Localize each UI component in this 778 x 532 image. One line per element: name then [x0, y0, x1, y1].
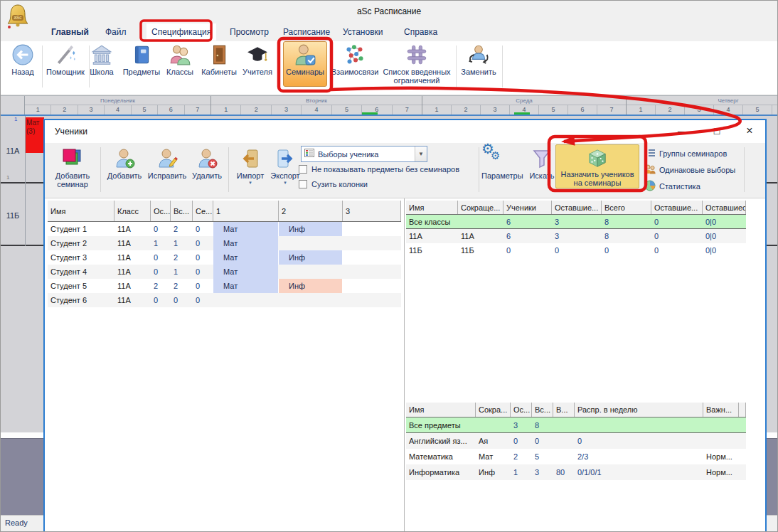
seminar-groups-button[interactable]: Группы семинаров	[644, 147, 727, 160]
maximize-button[interactable]: □	[702, 120, 732, 142]
search-button[interactable]: Искать	[526, 146, 558, 180]
seminar-chip[interactable]: Инф	[279, 279, 342, 293]
table-row-summary[interactable]: Все предметы 3 8	[406, 417, 746, 433]
parameters-button[interactable]: ⚙ ⚙ Параметры	[481, 146, 523, 180]
close-button[interactable]: ×	[735, 120, 764, 142]
import-button[interactable]: Импорт ▾	[234, 146, 267, 185]
menu-view[interactable]: Просмотр	[225, 23, 274, 41]
column-header[interactable]: Ос...	[151, 201, 171, 221]
seminar-chip[interactable]	[343, 265, 400, 279]
menu-file[interactable]: Файл	[100, 23, 132, 41]
column-header[interactable]: Ученики	[503, 201, 552, 214]
wizard-button[interactable]: Помощник	[45, 43, 86, 76]
seminar-chip[interactable]: Инф	[279, 250, 342, 265]
menu-options[interactable]: Установки	[338, 23, 388, 41]
narrow-columns-checkbox-row[interactable]: Сузить колонки	[299, 180, 368, 188]
table-row[interactable]: Английский яз... Ая 0 0 0	[406, 433, 746, 449]
seminar-chip[interactable]: Инф	[279, 222, 342, 236]
table-row[interactable]: Студент 4 11А 0 1 0 Мат	[48, 265, 401, 279]
seminar-chip[interactable]: Мат	[213, 265, 278, 279]
column-header[interactable]: 3	[343, 201, 401, 221]
column-header[interactable]: Оставшие...	[552, 201, 602, 214]
export-button[interactable]: Экспорт ▾	[268, 146, 302, 185]
view-mode-combobox[interactable]: Выборы ученика ▼	[301, 146, 427, 162]
dialog-title-bar[interactable]: Ученики — □ ×	[45, 120, 765, 143]
lesson-card-mat[interactable]: Мат (3)	[26, 117, 44, 153]
column-header[interactable]: Се...	[193, 201, 213, 221]
column-header[interactable]: Ос...	[511, 403, 532, 417]
dropdown-arrow-icon[interactable]: ▾	[268, 180, 302, 185]
school-button[interactable]: Школа	[85, 43, 119, 76]
edit-student-button[interactable]: Исправить	[145, 146, 189, 180]
seminar-chip[interactable]	[279, 293, 342, 307]
teachers-button[interactable]: Учителя	[238, 43, 277, 76]
dropdown-arrow-icon[interactable]: ▾	[234, 180, 267, 185]
classes-button[interactable]: Классы	[163, 43, 197, 76]
replace-button[interactable]: Заменить	[459, 43, 499, 76]
table-row[interactable]: 11А 11А 6 3 8 0 0|0	[406, 229, 746, 243]
column-header[interactable]: Класс	[114, 201, 151, 221]
column-header[interactable]	[739, 403, 746, 417]
row-label-11b[interactable]: 11Б	[1, 211, 25, 220]
seminar-chip[interactable]	[279, 236, 342, 250]
column-header[interactable]: Вс...	[171, 201, 193, 221]
add-seminar-button[interactable]: Добавить семинар	[49, 146, 96, 188]
column-header[interactable]: Важн...	[703, 403, 739, 417]
table-row[interactable]: Студент 1 11А 0 2 0 Мат Инф	[48, 222, 401, 236]
menu-help[interactable]: Справка	[399, 23, 442, 41]
combobox-dropdown-button[interactable]: ▼	[415, 147, 427, 161]
column-header[interactable]: 2	[279, 201, 343, 221]
same-choices-button[interactable]: Одинаковые выборы	[644, 164, 735, 176]
seminar-chip[interactable]: Мат	[213, 250, 278, 265]
assign-students-button[interactable]: Назначить учеников на семинары	[555, 144, 639, 188]
column-header[interactable]: Оставшие...	[651, 201, 703, 214]
classes-table: Имя Сокраще... Ученики Оставшие... Всего…	[406, 201, 746, 257]
seminar-chip[interactable]	[343, 236, 400, 250]
links-button[interactable]: Взаимосвязи	[329, 43, 381, 76]
seminar-chip[interactable]: Мат	[213, 222, 278, 236]
table-row[interactable]: Студент 6 11А 0 0 0	[48, 293, 401, 307]
rooms-button[interactable]: Кабинеты	[198, 43, 240, 76]
table-row[interactable]: Студент 3 11А 0 2 0 Мат Инф	[48, 250, 401, 265]
column-header[interactable]: 1	[213, 201, 279, 221]
seminar-chip[interactable]	[213, 293, 278, 307]
table-row-summary[interactable]: Все классы 6 3 8 0 0|0	[406, 215, 746, 229]
column-header[interactable]: Имя	[406, 403, 476, 417]
seminar-chip[interactable]: Мат	[213, 279, 278, 293]
column-header[interactable]: Распр. в неделю	[575, 403, 703, 417]
add-student-button[interactable]: Добавить	[105, 146, 144, 180]
column-header[interactable]: В...	[553, 403, 575, 417]
back-button[interactable]: Назад	[6, 43, 39, 76]
column-header[interactable]: Всего	[602, 201, 651, 214]
table-row[interactable]: Студент 2 11А 1 1 0 Мат	[48, 236, 401, 250]
table-row[interactable]: Математика Мат 2 5 2/3 Норм...	[406, 449, 746, 464]
seminar-chip[interactable]	[343, 279, 400, 293]
minimize-button[interactable]: —	[668, 120, 698, 142]
delete-student-button[interactable]: Удалить	[190, 146, 224, 180]
column-header[interactable]: Сокраще...	[458, 201, 503, 214]
seminars-button[interactable]: Семинары	[283, 41, 327, 87]
statistics-button[interactable]: Статистика	[644, 180, 700, 193]
checkbox-unchecked[interactable]	[299, 180, 307, 188]
table-row[interactable]: Информатика Инф 1 3 80 0/1/0/1 Норм...	[406, 464, 746, 480]
checkbox-unchecked[interactable]	[299, 165, 307, 174]
column-header[interactable]: Имя	[48, 201, 114, 221]
seminar-chip[interactable]	[343, 250, 400, 265]
menu-specification[interactable]: Спецификация	[146, 23, 216, 41]
constraints-list-button[interactable]: Список введенных ограничений	[381, 43, 452, 85]
seminar-chip[interactable]	[343, 293, 400, 307]
seminar-chip[interactable]	[343, 222, 400, 236]
subjects-button[interactable]: Предметы	[120, 43, 163, 76]
menu-main[interactable]: Главный	[46, 23, 94, 41]
column-header[interactable]: Сокра...	[476, 403, 511, 417]
seminar-chip[interactable]	[279, 265, 342, 279]
column-header[interactable]: Вс...	[532, 403, 553, 417]
seminar-chip[interactable]: Мат	[213, 236, 278, 250]
table-row[interactable]: Студент 5 11А 2 2 0 Мат Инф	[48, 279, 401, 293]
table-row[interactable]: 11Б 11Б 0 0 0 0 0|0	[406, 243, 746, 257]
column-header[interactable]: Оставшиеся...	[703, 201, 746, 214]
column-header[interactable]: Имя	[406, 201, 458, 214]
row-label-11a[interactable]: 11А	[1, 147, 25, 155]
menu-timetable[interactable]: Расписание	[278, 23, 335, 41]
hide-subjects-checkbox-row[interactable]: Не показывать предметы без семинаров	[299, 165, 459, 174]
